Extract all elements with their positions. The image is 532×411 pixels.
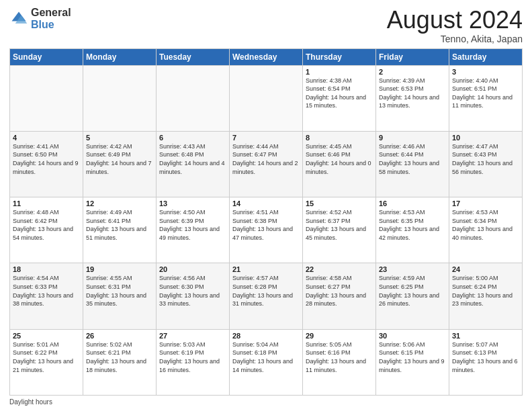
day-info: Sunrise: 5:07 AM Sunset: 6:13 PM Dayligh… — [452, 340, 519, 374]
day-info: Sunrise: 4:52 AM Sunset: 6:37 PM Dayligh… — [306, 208, 373, 242]
day-info: Sunrise: 4:54 AM Sunset: 6:33 PM Dayligh… — [13, 274, 80, 308]
calendar-cell-1-2: 6Sunrise: 4:43 AM Sunset: 6:48 PM Daylig… — [157, 131, 230, 197]
calendar-cell-3-6: 24Sunrise: 5:00 AM Sunset: 6:24 PM Dayli… — [449, 263, 523, 329]
day-info: Sunrise: 5:01 AM Sunset: 6:22 PM Dayligh… — [13, 340, 80, 374]
day-number: 1 — [306, 68, 373, 76]
col-header-sunday: Sunday — [10, 48, 83, 65]
calendar-cell-4-1: 26Sunrise: 5:02 AM Sunset: 6:21 PM Dayli… — [83, 329, 157, 395]
day-number: 25 — [13, 332, 80, 340]
day-info: Sunrise: 5:04 AM Sunset: 6:18 PM Dayligh… — [232, 340, 300, 374]
calendar-cell-1-6: 10Sunrise: 4:47 AM Sunset: 6:43 PM Dayli… — [449, 131, 523, 197]
day-info: Sunrise: 4:41 AM Sunset: 6:50 PM Dayligh… — [13, 142, 80, 176]
day-info: Sunrise: 4:50 AM Sunset: 6:39 PM Dayligh… — [159, 208, 226, 242]
logo-blue-label: Blue — [31, 19, 71, 31]
header: General Blue August 2024 Tenno, Akita, J… — [9, 7, 523, 44]
day-number: 3 — [452, 68, 519, 76]
day-number: 14 — [232, 199, 300, 208]
calendar-week-0: 1Sunrise: 4:38 AM Sunset: 6:54 PM Daylig… — [10, 65, 523, 131]
day-number: 13 — [159, 199, 226, 208]
calendar-week-4: 25Sunrise: 5:01 AM Sunset: 6:22 PM Dayli… — [10, 329, 523, 395]
day-number: 6 — [159, 134, 226, 142]
day-info: Sunrise: 4:55 AM Sunset: 6:31 PM Dayligh… — [86, 274, 153, 308]
calendar-week-2: 11Sunrise: 4:48 AM Sunset: 6:42 PM Dayli… — [10, 197, 523, 263]
day-number: 8 — [306, 134, 373, 142]
calendar-cell-4-6: 31Sunrise: 5:07 AM Sunset: 6:13 PM Dayli… — [449, 329, 523, 395]
day-info: Sunrise: 4:59 AM Sunset: 6:25 PM Dayligh… — [379, 274, 446, 308]
col-header-tuesday: Tuesday — [157, 48, 230, 65]
calendar-header: SundayMondayTuesdayWednesdayThursdayFrid… — [10, 48, 523, 65]
title-block: August 2024 Tenno, Akita, Japan — [387, 7, 523, 44]
calendar-cell-0-2 — [157, 65, 230, 131]
calendar-cell-2-3: 14Sunrise: 4:51 AM Sunset: 6:38 PM Dayli… — [230, 197, 303, 263]
day-info: Sunrise: 5:00 AM Sunset: 6:24 PM Dayligh… — [452, 274, 519, 308]
day-info: Sunrise: 5:05 AM Sunset: 6:16 PM Dayligh… — [306, 340, 373, 374]
calendar-week-3: 18Sunrise: 4:54 AM Sunset: 6:33 PM Dayli… — [10, 263, 523, 329]
logo-general-label: General — [31, 7, 71, 19]
day-info: Sunrise: 4:45 AM Sunset: 6:46 PM Dayligh… — [306, 142, 373, 176]
day-info: Sunrise: 4:38 AM Sunset: 6:54 PM Dayligh… — [306, 77, 373, 110]
day-number: 17 — [452, 199, 519, 208]
day-number: 7 — [232, 134, 300, 142]
day-info: Sunrise: 4:47 AM Sunset: 6:43 PM Dayligh… — [452, 142, 519, 176]
calendar-cell-0-1 — [83, 65, 157, 131]
day-number: 11 — [13, 199, 80, 208]
day-number: 23 — [379, 265, 446, 273]
logo-text: General Blue — [31, 7, 71, 30]
day-info: Sunrise: 5:02 AM Sunset: 6:21 PM Dayligh… — [86, 340, 153, 374]
calendar-cell-1-3: 7Sunrise: 4:44 AM Sunset: 6:47 PM Daylig… — [230, 131, 303, 197]
footer-note: Daylight hours — [9, 398, 523, 406]
calendar-cell-3-0: 18Sunrise: 4:54 AM Sunset: 6:33 PM Dayli… — [10, 263, 83, 329]
day-info: Sunrise: 5:06 AM Sunset: 6:15 PM Dayligh… — [379, 340, 446, 374]
daylight-label: Daylight hours — [9, 398, 52, 406]
day-number: 9 — [379, 134, 446, 142]
day-info: Sunrise: 4:43 AM Sunset: 6:48 PM Dayligh… — [159, 142, 226, 176]
day-info: Sunrise: 4:58 AM Sunset: 6:27 PM Dayligh… — [306, 274, 373, 308]
col-header-monday: Monday — [83, 48, 157, 65]
calendar-cell-2-4: 15Sunrise: 4:52 AM Sunset: 6:37 PM Dayli… — [303, 197, 376, 263]
logo: General Blue — [9, 7, 71, 30]
day-number: 10 — [452, 134, 519, 142]
calendar-cell-0-5: 2Sunrise: 4:39 AM Sunset: 6:53 PM Daylig… — [376, 65, 449, 131]
day-number: 2 — [379, 68, 446, 76]
day-info: Sunrise: 4:51 AM Sunset: 6:38 PM Dayligh… — [232, 208, 300, 242]
calendar-cell-0-6: 3Sunrise: 4:40 AM Sunset: 6:51 PM Daylig… — [449, 65, 523, 131]
day-info: Sunrise: 4:44 AM Sunset: 6:47 PM Dayligh… — [232, 142, 300, 176]
day-info: Sunrise: 4:46 AM Sunset: 6:44 PM Dayligh… — [379, 142, 446, 176]
day-number: 16 — [379, 199, 446, 208]
day-number: 5 — [86, 134, 153, 142]
day-info: Sunrise: 4:40 AM Sunset: 6:51 PM Dayligh… — [452, 77, 519, 110]
calendar-cell-2-6: 17Sunrise: 4:53 AM Sunset: 6:34 PM Dayli… — [449, 197, 523, 263]
col-header-wednesday: Wednesday — [230, 48, 303, 65]
day-info: Sunrise: 4:53 AM Sunset: 6:34 PM Dayligh… — [452, 208, 519, 242]
day-number: 26 — [86, 332, 153, 340]
calendar-week-1: 4Sunrise: 4:41 AM Sunset: 6:50 PM Daylig… — [10, 131, 523, 197]
calendar-cell-4-5: 30Sunrise: 5:06 AM Sunset: 6:15 PM Dayli… — [376, 329, 449, 395]
calendar-cell-4-2: 27Sunrise: 5:03 AM Sunset: 6:19 PM Dayli… — [157, 329, 230, 395]
calendar-body: 1Sunrise: 4:38 AM Sunset: 6:54 PM Daylig… — [10, 65, 523, 395]
subtitle: Tenno, Akita, Japan — [387, 34, 523, 44]
calendar-cell-2-1: 12Sunrise: 4:49 AM Sunset: 6:41 PM Dayli… — [83, 197, 157, 263]
day-number: 18 — [13, 265, 80, 273]
day-number: 30 — [379, 332, 446, 340]
day-info: Sunrise: 4:56 AM Sunset: 6:30 PM Dayligh… — [159, 274, 226, 308]
day-info: Sunrise: 4:42 AM Sunset: 6:49 PM Dayligh… — [86, 142, 153, 176]
col-header-friday: Friday — [376, 48, 449, 65]
calendar-cell-3-2: 20Sunrise: 4:56 AM Sunset: 6:30 PM Dayli… — [157, 263, 230, 329]
calendar-cell-3-4: 22Sunrise: 4:58 AM Sunset: 6:27 PM Dayli… — [303, 263, 376, 329]
calendar-cell-0-0 — [10, 65, 83, 131]
day-number: 21 — [232, 265, 300, 273]
calendar-cell-4-4: 29Sunrise: 5:05 AM Sunset: 6:16 PM Dayli… — [303, 329, 376, 395]
col-header-thursday: Thursday — [303, 48, 376, 65]
day-number: 22 — [306, 265, 373, 273]
calendar-cell-2-5: 16Sunrise: 4:53 AM Sunset: 6:35 PM Dayli… — [376, 197, 449, 263]
day-number: 19 — [86, 265, 153, 273]
day-info: Sunrise: 5:03 AM Sunset: 6:19 PM Dayligh… — [159, 340, 226, 374]
day-number: 4 — [13, 134, 80, 142]
calendar-cell-2-2: 13Sunrise: 4:50 AM Sunset: 6:39 PM Dayli… — [157, 197, 230, 263]
day-info: Sunrise: 4:49 AM Sunset: 6:41 PM Dayligh… — [86, 208, 153, 242]
col-header-saturday: Saturday — [449, 48, 523, 65]
calendar-cell-3-5: 23Sunrise: 4:59 AM Sunset: 6:25 PM Dayli… — [376, 263, 449, 329]
calendar-cell-4-3: 28Sunrise: 5:04 AM Sunset: 6:18 PM Dayli… — [230, 329, 303, 395]
calendar-cell-1-4: 8Sunrise: 4:45 AM Sunset: 6:46 PM Daylig… — [303, 131, 376, 197]
day-number: 12 — [86, 199, 153, 208]
